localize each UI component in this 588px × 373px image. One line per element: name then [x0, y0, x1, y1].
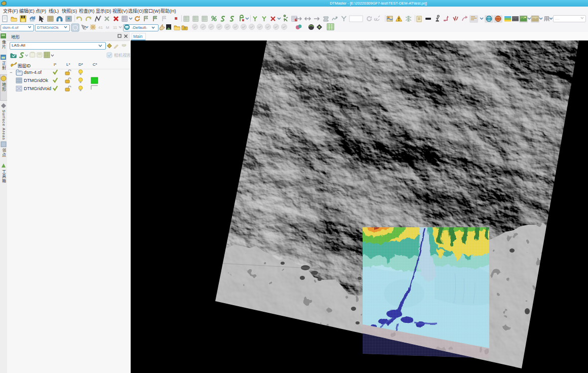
svg-text:−: −	[10, 70, 12, 75]
svg-text:dsm-4.of: dsm-4.of	[24, 70, 42, 75]
svg-text:相机视图: 相机视图	[114, 53, 131, 58]
svg-text:DTMGridOk: DTMGridOk	[24, 78, 48, 83]
svg-text:DTMGridVoid: DTMGridVoid	[24, 86, 51, 91]
